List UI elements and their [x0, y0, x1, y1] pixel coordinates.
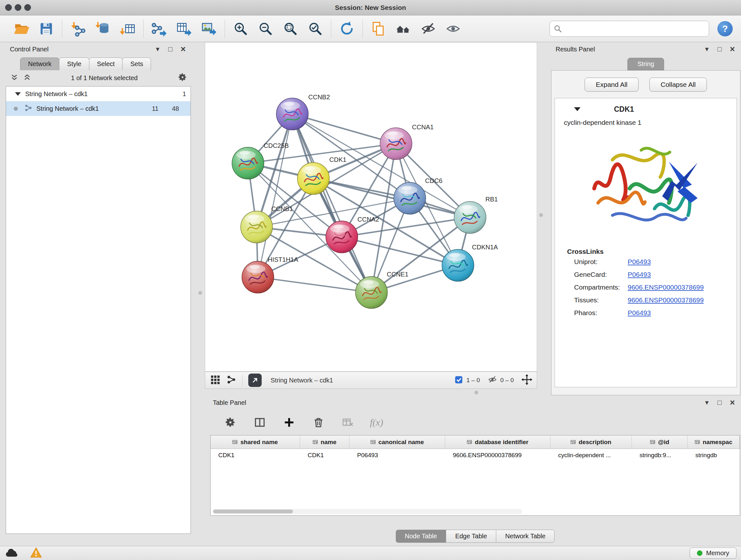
save-session-button[interactable]	[38, 20, 55, 37]
hidden-items-eye-slash-icon[interactable]	[488, 375, 497, 386]
panel-close-icon[interactable]: ×	[727, 398, 738, 408]
network-edge[interactable]	[258, 277, 372, 293]
column-header-namespac[interactable]: namespac	[688, 435, 740, 449]
import-table-button[interactable]	[119, 20, 136, 37]
column-header-canonical-name[interactable]: canonical name	[349, 435, 445, 449]
table-panel: Table Panel ▾ □ × f(x) shared namenameca…	[209, 395, 741, 546]
search-input[interactable]	[549, 21, 709, 37]
grid-view-icon[interactable]	[210, 374, 220, 386]
tree-expander-icon[interactable]	[15, 92, 21, 96]
delete-column-trash-icon[interactable]	[311, 415, 326, 430]
apply-layout-button[interactable]	[338, 20, 355, 37]
panel-float-icon[interactable]: □	[714, 398, 725, 408]
column-header-description[interactable]: description	[550, 435, 632, 449]
expand-all-nodes-icon[interactable]	[23, 73, 31, 82]
crosslink-pharos[interactable]: P06493	[628, 309, 651, 317]
collapse-all-nodes-icon[interactable]	[10, 73, 18, 82]
import-network-file-button[interactable]	[69, 20, 86, 37]
warning-icon[interactable]	[30, 547, 42, 560]
string-home-button[interactable]	[395, 20, 412, 37]
cloud-icon[interactable]	[4, 547, 19, 559]
tab-network[interactable]: Network	[20, 57, 59, 70]
show-graphics-button[interactable]	[445, 20, 462, 37]
crosslink-compartments[interactable]: 9606.ENSP00000378699	[628, 284, 704, 291]
collapse-all-button[interactable]: Collapse All	[650, 78, 707, 91]
export-table-button[interactable]	[176, 20, 193, 37]
selected-items-checkbox-icon[interactable]	[455, 375, 463, 385]
crosslink-uniprot[interactable]: P06493	[628, 258, 651, 266]
tab-node-table[interactable]: Node Table	[396, 530, 447, 543]
export-network-button[interactable]	[151, 20, 168, 37]
table-settings-gear-icon[interactable]	[223, 415, 238, 430]
crosslink-tissues[interactable]: 9606.ENSP00000378699	[628, 296, 704, 304]
left-splitter-handle[interactable]	[199, 291, 202, 295]
panel-menu-icon[interactable]: ▾	[701, 44, 712, 54]
tab-style[interactable]: Style	[59, 57, 89, 70]
memory-button[interactable]: Memory	[690, 548, 737, 559]
network-node-cdc25b[interactable]	[232, 147, 264, 179]
network-edge[interactable]	[258, 114, 292, 277]
collapse-caret-icon[interactable]	[574, 107, 581, 111]
zoom-selected-button[interactable]	[307, 20, 324, 37]
column-header-shared-name[interactable]: shared name	[211, 435, 300, 449]
column-header-database-identifier[interactable]: database identifier	[445, 435, 550, 449]
panel-menu-icon[interactable]: ▾	[152, 44, 163, 54]
scrollbar-thumb[interactable]	[213, 509, 293, 513]
network-node-hist1h1a[interactable]	[242, 261, 274, 293]
tab-select[interactable]: Select	[89, 57, 123, 70]
panel-float-icon[interactable]: □	[165, 44, 176, 54]
import-network-database-button[interactable]	[94, 20, 111, 37]
column-header-id[interactable]: @id	[632, 435, 688, 449]
gene-card-header[interactable]: CDK1	[555, 102, 737, 116]
right-splitter-handle[interactable]	[539, 213, 543, 217]
tab-network-table[interactable]: Network Table	[496, 530, 555, 543]
hide-unhide-button[interactable]	[420, 20, 437, 37]
network-canvas[interactable]: CCNB2CCNA1CDC25BCDK1CDC6RB1CCNB1CCNA2CDK…	[205, 42, 537, 372]
network-node-ccna1[interactable]	[380, 128, 412, 160]
table-horizontal-scrollbar[interactable]	[212, 509, 522, 514]
network-node-ccnb1[interactable]	[241, 211, 273, 243]
network-node-ccnb2[interactable]	[276, 98, 308, 130]
pan-mode-icon[interactable]	[522, 374, 532, 386]
table-header-row: shared namenamecanonical namedatabase id…	[211, 435, 740, 449]
table-row[interactable]: CDK1CDK1P064939606.ENSP00000378699cyclin…	[211, 449, 740, 462]
show-columns-icon[interactable]	[253, 415, 267, 430]
detach-view-button[interactable]	[248, 374, 262, 387]
network-node-cdc6[interactable]	[394, 182, 426, 214]
network-node-ccne1[interactable]	[355, 276, 387, 308]
node-label-ccnb2: CCNB2	[308, 94, 330, 101]
zoom-fit-button[interactable]	[282, 20, 299, 37]
panel-close-icon[interactable]: ×	[727, 44, 738, 54]
open-session-button[interactable]	[13, 20, 30, 37]
network-node-cdk1[interactable]	[297, 163, 329, 194]
network-node-ccna2[interactable]	[326, 221, 358, 253]
crosslink-genecard[interactable]: P06493	[628, 271, 651, 278]
copy-document-icon	[370, 21, 387, 37]
network-node-rb1[interactable]	[454, 201, 486, 233]
network-node-cdkn1a[interactable]	[442, 249, 474, 281]
export-image-button[interactable]	[200, 20, 218, 37]
tab-edge-table[interactable]: Edge Table	[446, 530, 496, 543]
help-button[interactable]: ?	[718, 21, 733, 37]
copy-button[interactable]	[370, 20, 387, 37]
network-edge[interactable]	[292, 114, 372, 293]
tab-sets[interactable]: Sets	[122, 57, 151, 70]
network-collection-row[interactable]: String Network – cdk1 1	[6, 86, 191, 101]
panel-menu-icon[interactable]: ▾	[701, 398, 712, 408]
add-column-plus-icon[interactable]	[282, 415, 296, 430]
network-graph[interactable]: CCNB2CCNA1CDC25BCDK1CDC6RB1CCNB1CCNA2CDK…	[205, 43, 537, 371]
zoom-out-button[interactable]	[257, 20, 274, 37]
function-builder-button[interactable]: f(x)	[370, 417, 383, 428]
expand-all-button[interactable]: Expand All	[585, 78, 638, 91]
network-options-gear-icon[interactable]	[178, 72, 187, 83]
control-panel-tabs: NetworkStyleSelectSets	[5, 56, 192, 70]
protein-structure-image	[584, 131, 708, 240]
panel-close-icon[interactable]: ×	[178, 44, 189, 54]
column-header-name[interactable]: name	[300, 435, 349, 449]
panel-float-icon[interactable]: □	[714, 44, 725, 54]
birdseye-view-icon[interactable]	[226, 374, 237, 386]
bottom-splitter-handle[interactable]	[475, 391, 478, 394]
tab-string[interactable]: String	[627, 58, 664, 70]
zoom-in-button[interactable]	[232, 20, 249, 37]
network-row-selected[interactable]: String Network – cdk1 11 48	[6, 101, 191, 116]
